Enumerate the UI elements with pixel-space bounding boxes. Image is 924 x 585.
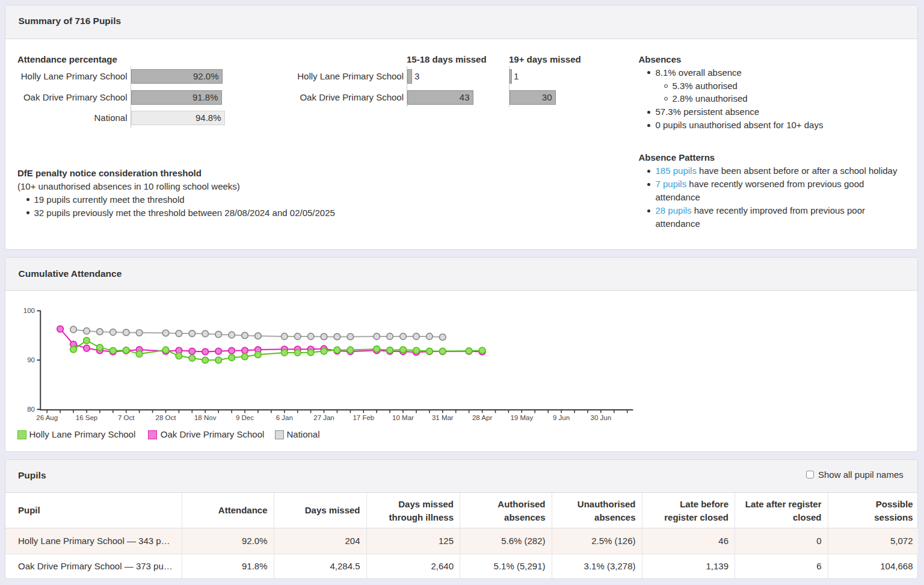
- svg-text:17 Feb: 17 Feb: [353, 414, 374, 421]
- svg-text:100: 100: [23, 307, 35, 314]
- svg-text:30 Jun: 30 Jun: [591, 414, 612, 421]
- svg-text:31 Mar: 31 Mar: [432, 414, 454, 421]
- svg-text:26 Aug: 26 Aug: [36, 414, 58, 421]
- svg-text:80: 80: [27, 406, 35, 413]
- svg-text:9 Dec: 9 Dec: [236, 414, 254, 421]
- svg-text:28 Apr: 28 Apr: [472, 414, 492, 421]
- svg-text:28 Oct: 28 Oct: [156, 414, 177, 421]
- svg-text:18 Nov: 18 Nov: [194, 414, 217, 421]
- svg-text:16 Sep: 16 Sep: [76, 414, 97, 421]
- svg-text:6 Jan: 6 Jan: [276, 414, 293, 421]
- svg-text:10 Mar: 10 Mar: [392, 414, 414, 421]
- svg-text:7 Oct: 7 Oct: [118, 414, 135, 421]
- svg-text:27 Jan: 27 Jan: [313, 414, 334, 421]
- svg-text:9 Jun: 9 Jun: [553, 414, 570, 421]
- svg-text:90: 90: [27, 356, 35, 364]
- svg-text:19 May: 19 May: [510, 414, 533, 421]
